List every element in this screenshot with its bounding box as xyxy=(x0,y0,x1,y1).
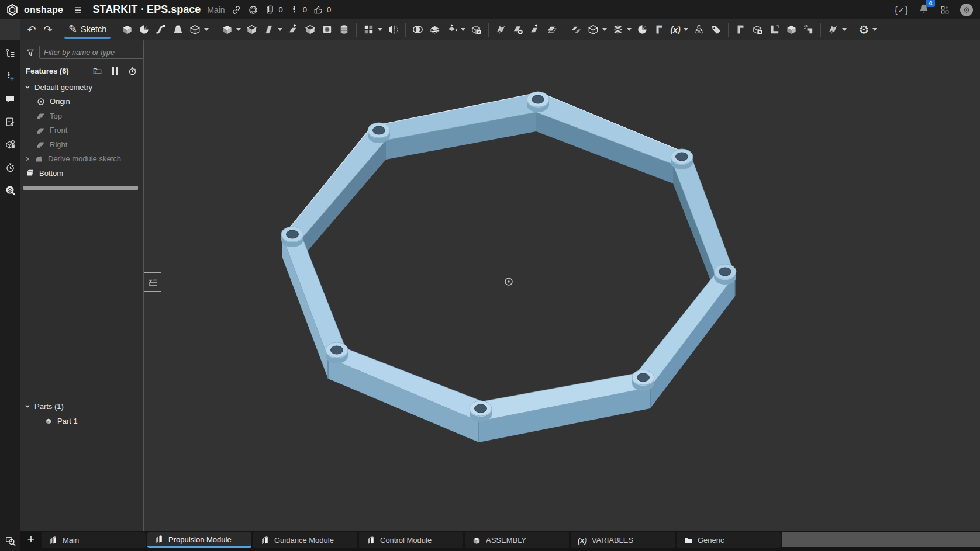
partial-circle-button[interactable] xyxy=(634,21,650,39)
panel-collapse-handle[interactable] xyxy=(144,272,161,292)
document-menu-icon[interactable]: ≡ xyxy=(74,4,81,16)
sketch-button[interactable]: ✎Sketch xyxy=(64,21,111,39)
performance-panel-icon[interactable] xyxy=(3,160,18,174)
tree-row-top-plane[interactable]: Top xyxy=(20,109,143,123)
helix-button[interactable] xyxy=(610,21,633,39)
boolean-button[interactable] xyxy=(410,21,426,39)
followers-icon[interactable] xyxy=(288,4,300,16)
notifications-button[interactable]: 4 xyxy=(918,3,930,17)
appearance-button[interactable] xyxy=(825,21,848,39)
dropdown-caret[interactable] xyxy=(461,28,465,31)
tab-guidance-module[interactable]: Guidance Module xyxy=(253,532,357,548)
tab-propulsion-module[interactable]: Propulsion Module xyxy=(147,532,251,548)
sheet-metal-flange-button[interactable] xyxy=(733,21,748,39)
dropdown-caret[interactable] xyxy=(842,28,847,31)
feature-script-check-icon[interactable]: {✓} xyxy=(895,5,909,15)
undo-button[interactable]: ↶ xyxy=(24,21,39,39)
plane-button[interactable] xyxy=(568,21,584,39)
comments-panel-icon[interactable] xyxy=(3,92,18,106)
tree-row-derive-module-sketch[interactable]: Derive module sketch xyxy=(20,152,143,167)
learning-panel-icon[interactable] xyxy=(3,137,18,151)
delete-part-button[interactable] xyxy=(468,21,484,39)
dropdown-caret[interactable] xyxy=(278,28,282,31)
thicken-button[interactable] xyxy=(187,21,211,39)
notes-panel-icon[interactable] xyxy=(3,115,18,129)
tree-row-bottom[interactable]: Bottom xyxy=(20,166,143,181)
origin-marker[interactable] xyxy=(505,278,512,285)
dropdown-caret[interactable] xyxy=(627,28,632,31)
tab-main[interactable]: Main xyxy=(42,532,146,548)
linear-pattern-button[interactable] xyxy=(361,21,384,39)
project-curve-button[interactable] xyxy=(651,21,667,39)
search-tabs-button[interactable] xyxy=(0,531,20,551)
split-button[interactable] xyxy=(427,21,443,39)
fillet-button[interactable] xyxy=(219,21,243,39)
variable-button[interactable]: (x) xyxy=(668,21,689,39)
tag-button[interactable] xyxy=(708,21,724,39)
workspace-name[interactable]: Main xyxy=(207,5,225,15)
tree-row-default-geometry[interactable]: Default geometry xyxy=(20,80,143,95)
dropdown-caret[interactable] xyxy=(236,28,241,31)
tab-generic[interactable]: Generic xyxy=(677,532,781,548)
loft-button[interactable] xyxy=(170,21,186,39)
multi-part-button[interactable] xyxy=(691,21,707,39)
tree-row-origin[interactable]: Origin xyxy=(20,95,143,109)
versions-panel-icon[interactable] xyxy=(3,69,18,83)
tab-control-module[interactable]: Control Module xyxy=(359,532,463,548)
sheet-metal-tab-button[interactable] xyxy=(750,21,765,39)
mirror-button[interactable] xyxy=(385,21,401,39)
tree-row-front-plane[interactable]: Front xyxy=(20,123,143,138)
tab-assembly[interactable]: ASSEMBLY xyxy=(465,532,569,548)
create-folder-icon[interactable] xyxy=(92,66,102,76)
apps-grid-icon[interactable] xyxy=(939,4,951,16)
sheet-metal-corner-button[interactable] xyxy=(767,21,782,39)
regeneration-time-icon[interactable] xyxy=(127,66,137,76)
dropdown-caret[interactable] xyxy=(378,28,382,31)
suspend-updates-icon[interactable] xyxy=(110,66,120,76)
onshape-logo-icon[interactable] xyxy=(6,4,19,16)
hole-button[interactable] xyxy=(319,21,335,39)
public-globe-icon[interactable] xyxy=(247,4,259,16)
dropdown-caret[interactable] xyxy=(684,28,688,31)
revolve-button[interactable] xyxy=(136,21,152,39)
draft-button[interactable] xyxy=(261,21,284,39)
parts-header[interactable]: Parts (1) xyxy=(20,398,143,414)
chevron-down-icon[interactable] xyxy=(25,84,30,90)
dropdown-caret[interactable] xyxy=(872,28,877,31)
likes-icon[interactable] xyxy=(312,4,324,16)
tree-row-right-plane[interactable]: Right xyxy=(20,137,143,152)
chamfer-button[interactable] xyxy=(244,21,260,39)
surface-button[interactable] xyxy=(585,21,609,39)
sheet-metal-convert-button[interactable] xyxy=(800,21,816,39)
dropdown-caret[interactable] xyxy=(602,28,607,31)
octagon-ring-part[interactable] xyxy=(144,40,980,531)
shell-button[interactable] xyxy=(302,21,318,39)
part-row-part-1[interactable]: Part 1 xyxy=(20,414,143,428)
share-link-icon[interactable] xyxy=(230,4,242,16)
model-viewport[interactable] xyxy=(144,40,980,531)
move-face-button[interactable] xyxy=(527,21,543,39)
offset-surface-button[interactable] xyxy=(544,21,560,39)
add-tab-button[interactable]: + xyxy=(20,531,42,548)
rib-button[interactable] xyxy=(285,21,301,39)
sweep-button[interactable] xyxy=(153,21,169,39)
filter-input[interactable] xyxy=(39,46,144,59)
modify-fillet-button[interactable] xyxy=(493,21,509,39)
settings-button[interactable]: ⚙ xyxy=(857,21,879,39)
dropdown-caret[interactable] xyxy=(204,28,209,31)
enclose-button[interactable] xyxy=(784,21,799,39)
redo-button[interactable]: ↷ xyxy=(40,21,56,39)
tab-variables[interactable]: (x) VARIABLES xyxy=(571,532,675,548)
transform-button[interactable] xyxy=(444,21,467,39)
feature-list-panel-icon[interactable] xyxy=(3,46,18,60)
chevron-right-icon[interactable] xyxy=(25,156,30,162)
delete-face-button[interactable] xyxy=(510,21,526,39)
search-panel-icon[interactable] xyxy=(3,183,18,197)
copies-icon[interactable] xyxy=(264,4,276,16)
user-avatar[interactable]: ⚙ xyxy=(960,4,973,16)
thread-button[interactable] xyxy=(336,21,352,39)
chevron-down-icon[interactable] xyxy=(25,403,30,409)
filter-funnel-icon[interactable] xyxy=(26,48,35,57)
extrude-button[interactable] xyxy=(119,21,135,39)
rollback-bar[interactable] xyxy=(23,186,138,190)
